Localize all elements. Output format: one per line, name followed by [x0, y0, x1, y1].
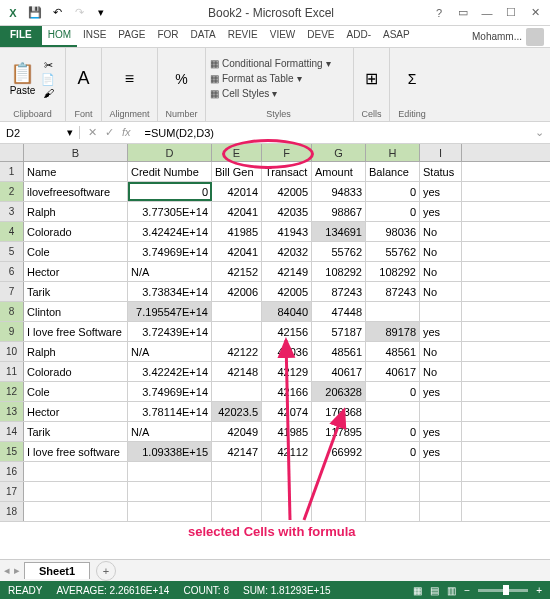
tab-developer[interactable]: DEVE [301, 26, 340, 47]
col-header[interactable]: D [128, 144, 212, 161]
row-header[interactable]: 6 [0, 262, 24, 281]
cell[interactable]: 87243 [312, 282, 366, 301]
row-header[interactable]: 2 [0, 182, 24, 201]
tab-insert[interactable]: INSE [77, 26, 112, 47]
cell[interactable]: 117895 [312, 422, 366, 441]
row-header[interactable]: 8 [0, 302, 24, 321]
cell[interactable]: 134691 [312, 222, 366, 241]
cancel-formula-icon[interactable]: ✕ [88, 126, 97, 139]
cell[interactable]: Tarik [24, 282, 128, 301]
cell[interactable]: 42166 [262, 382, 312, 401]
cell[interactable] [212, 302, 262, 321]
alignment-button[interactable]: ≡ [108, 50, 151, 107]
cell[interactable]: 41985 [212, 222, 262, 241]
cell[interactable]: 3.74969E+14 [128, 242, 212, 261]
cell[interactable]: 42074 [262, 402, 312, 421]
tab-view[interactable]: VIEW [264, 26, 302, 47]
number-button[interactable]: % [164, 50, 199, 107]
cell[interactable]: 42148 [212, 362, 262, 381]
cell[interactable]: N/A [128, 422, 212, 441]
cell[interactable] [212, 322, 262, 341]
cell[interactable]: Colorado [24, 222, 128, 241]
cell[interactable]: 55762 [312, 242, 366, 261]
col-header[interactable]: F [262, 144, 312, 161]
row-header[interactable]: 16 [0, 462, 24, 481]
cell[interactable]: yes [420, 422, 462, 441]
cell[interactable]: 40617 [366, 362, 420, 381]
cell[interactable]: 0 [366, 382, 420, 401]
cell[interactable] [262, 482, 312, 501]
user-account[interactable]: Mohamm... [466, 26, 550, 47]
cut-icon[interactable]: ✂ [41, 59, 55, 72]
cell[interactable]: yes [420, 322, 462, 341]
cell[interactable]: 7.195547E+14 [128, 302, 212, 321]
cell[interactable]: Colorado [24, 362, 128, 381]
help-icon[interactable]: ? [428, 3, 450, 23]
cell[interactable]: 0 [366, 182, 420, 201]
cell[interactable]: 0 [366, 202, 420, 221]
cell[interactable]: No [420, 362, 462, 381]
enter-formula-icon[interactable]: ✓ [105, 126, 114, 139]
add-sheet-button[interactable]: + [96, 561, 116, 581]
cell[interactable]: 108292 [312, 262, 366, 281]
cell[interactable] [212, 462, 262, 481]
cell-styles-button[interactable]: ▦Cell Styles ▾ [210, 87, 277, 100]
cell[interactable]: Ralph [24, 202, 128, 221]
tab-data[interactable]: DATA [185, 26, 222, 47]
view-page-icon[interactable]: ▤ [430, 585, 439, 596]
cell[interactable]: 41985 [262, 422, 312, 441]
sheet-nav-next-icon[interactable]: ▸ [14, 564, 20, 577]
col-header[interactable]: B [24, 144, 128, 161]
cell[interactable] [24, 482, 128, 501]
cell[interactable]: 98867 [312, 202, 366, 221]
row-header[interactable]: 11 [0, 362, 24, 381]
cell[interactable]: 42006 [212, 282, 262, 301]
row-header[interactable]: 7 [0, 282, 24, 301]
cell[interactable]: 42147 [212, 442, 262, 461]
row-header[interactable]: 15 [0, 442, 24, 461]
cell[interactable]: 57187 [312, 322, 366, 341]
row-header[interactable]: 9 [0, 322, 24, 341]
row-header[interactable]: 5 [0, 242, 24, 261]
cell[interactable]: 87243 [366, 282, 420, 301]
tab-review[interactable]: REVIE [222, 26, 264, 47]
cell[interactable] [420, 502, 462, 521]
cell[interactable]: yes [420, 382, 462, 401]
cell[interactable] [312, 502, 366, 521]
col-header[interactable]: H [366, 144, 420, 161]
namebox-dropdown-icon[interactable]: ▾ [67, 126, 73, 139]
cell[interactable]: 66992 [312, 442, 366, 461]
cell[interactable]: 42041 [212, 242, 262, 261]
cell[interactable]: 42005 [262, 182, 312, 201]
cell[interactable]: No [420, 282, 462, 301]
tab-formulas[interactable]: FOR [151, 26, 184, 47]
cell[interactable]: No [420, 262, 462, 281]
cell[interactable] [128, 482, 212, 501]
cell[interactable] [262, 502, 312, 521]
cell[interactable]: 42035 [262, 202, 312, 221]
cell[interactable]: 3.72439E+14 [128, 322, 212, 341]
cell[interactable] [312, 462, 366, 481]
tab-asap[interactable]: ASAP [377, 26, 416, 47]
excel-icon[interactable]: X [4, 4, 22, 22]
row-header[interactable]: 17 [0, 482, 24, 501]
cell[interactable] [366, 482, 420, 501]
grid[interactable]: B D E F G H I 1 Name Credit Numbe Bill G… [0, 144, 550, 522]
cell[interactable]: Status [420, 162, 462, 181]
save-icon[interactable]: 💾 [26, 4, 44, 22]
cell[interactable]: 42149 [262, 262, 312, 281]
cell[interactable]: 0 [128, 182, 212, 201]
cell[interactable]: Balance [366, 162, 420, 181]
cell[interactable]: 1.09338E+15 [128, 442, 212, 461]
cell[interactable] [128, 502, 212, 521]
row-header[interactable]: 12 [0, 382, 24, 401]
fx-icon[interactable]: fx [122, 126, 131, 139]
cell[interactable]: yes [420, 202, 462, 221]
cell[interactable]: N/A [128, 342, 212, 361]
cell[interactable]: Clinton [24, 302, 128, 321]
maximize-icon[interactable]: ☐ [500, 3, 522, 23]
cell[interactable]: Cole [24, 382, 128, 401]
cell[interactable]: 41943 [262, 222, 312, 241]
redo-icon[interactable]: ↷ [70, 4, 88, 22]
cell[interactable]: N/A [128, 262, 212, 281]
